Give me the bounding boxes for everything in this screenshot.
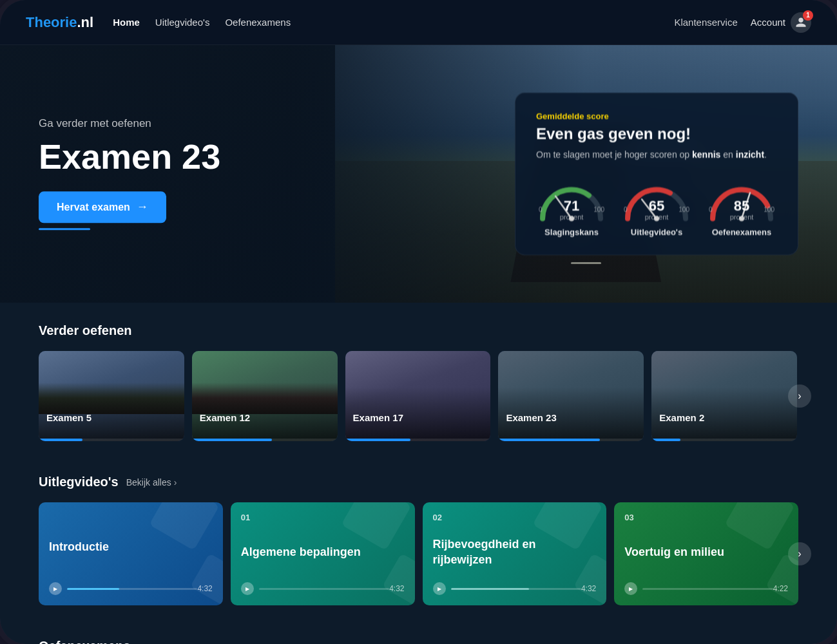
gauge-number-uitlegvideos: 65 bbox=[645, 199, 669, 213]
video-card-bepalingen-footer: ▶ 4:32 bbox=[241, 582, 405, 595]
video-card-introductie[interactable]: Introductie ▶ 4:32 bbox=[39, 502, 223, 605]
video-progress-bar-2 bbox=[451, 588, 581, 590]
account-icon: 1 bbox=[791, 12, 811, 33]
video-carousel: Introductie ▶ 4:32 bbox=[39, 502, 798, 605]
nav-uitlegvideos[interactable]: Uitlegvideo's bbox=[155, 14, 210, 30]
gauge-min: 0 bbox=[539, 206, 543, 213]
exam-card-1[interactable]: Examen 5 bbox=[39, 351, 184, 441]
video-card-voertuig-footer: ▶ 4:22 bbox=[624, 582, 788, 595]
video-card-introductie-footer: ▶ 4:32 bbox=[49, 582, 213, 595]
gauge-min-3: 0 bbox=[709, 206, 713, 213]
resume-btn-underline bbox=[39, 229, 90, 231]
video-card-introductie-title: Introductie bbox=[49, 513, 213, 582]
account-button[interactable]: Account 1 bbox=[751, 12, 811, 33]
gauge-max: 100 bbox=[593, 206, 604, 213]
exam-card-bar-4 bbox=[498, 439, 644, 441]
video-play-bar-0: ▶ bbox=[49, 582, 197, 595]
exam-card-label-1: Examen 5 bbox=[46, 412, 91, 423]
exam-card-label-5: Examen 2 bbox=[659, 412, 704, 423]
video-play-bar-2: ▶ bbox=[433, 582, 581, 595]
gauge-label-slagingskans: Slagingskans bbox=[544, 227, 599, 237]
klantenservice-link[interactable]: Klantenservice bbox=[674, 17, 737, 28]
video-duration-0: 4:32 bbox=[197, 584, 212, 593]
score-panel: Gemiddelde score Even gas geven nog! Om … bbox=[515, 93, 798, 256]
video-card-rijbevoegdheid-number: 02 bbox=[433, 513, 597, 522]
gauge-oefenexamens: 0 100 85 procent Oefenexamens bbox=[706, 177, 777, 237]
bekijk-alles-label: Bekijk alles bbox=[126, 477, 171, 488]
play-icon-3[interactable]: ▶ bbox=[624, 582, 637, 595]
video-card-bepalingen[interactable]: 01 Algemene bepalingen ▶ 4:32 bbox=[231, 502, 415, 605]
carousel-next-button[interactable]: › bbox=[788, 384, 811, 408]
video-card-introductie-content: Introductie ▶ 4:32 bbox=[39, 502, 223, 605]
video-card-rijbevoegdheid-content: 02 Rijbevoegdheid en rijbewijzen ▶ 4:32 bbox=[423, 502, 607, 605]
hero-content: Ga verder met oefenen Examen 23 Hervat e… bbox=[39, 117, 220, 230]
gauge-label-oefenexamens: Oefenexamens bbox=[712, 227, 772, 237]
play-icon-1[interactable]: ▶ bbox=[241, 582, 254, 595]
gauge-value-slagingskans: 71 procent bbox=[560, 199, 584, 221]
video-play-bar-1: ▶ bbox=[241, 582, 389, 595]
video-duration-1: 4:32 bbox=[389, 584, 404, 593]
exam-card-bar-2 bbox=[192, 439, 338, 441]
bekijk-alles-link[interactable]: Bekijk alles › bbox=[126, 477, 177, 488]
hero-subtitle: Ga verder met oefenen bbox=[39, 117, 220, 130]
exam-card-5[interactable]: Examen 2 bbox=[651, 351, 797, 441]
video-card-voertuig-title: Voertuig en milieu bbox=[624, 522, 788, 582]
verder-oefenen-section: Verder oefenen Examen 5 bbox=[0, 303, 837, 462]
gauge-max-2: 100 bbox=[678, 206, 689, 213]
exam-card-bar-1 bbox=[39, 439, 184, 441]
score-label: Gemiddelde score bbox=[536, 111, 777, 121]
video-card-rijbevoegdheid-footer: ▶ 4:32 bbox=[433, 582, 597, 595]
gauge-uitlegvideos-visual: 0 100 65 procent bbox=[621, 177, 692, 222]
video-duration-3: 4:22 bbox=[773, 584, 788, 593]
account-label: Account bbox=[751, 17, 785, 28]
video-card-bepalingen-title: Algemene bepalingen bbox=[241, 522, 405, 582]
score-title: Even gas geven nog! bbox=[536, 125, 777, 143]
gauge-slagingskans-visual: 0 100 71 procent bbox=[536, 177, 607, 222]
video-carousel-next-button[interactable]: › bbox=[788, 542, 811, 565]
hero-title: Examen 23 bbox=[39, 138, 220, 176]
video-cards-row: Introductie ▶ 4:32 bbox=[39, 502, 798, 605]
oefenexamens-section: Oefenexamens › Ring Utrecht Jaar bbox=[0, 626, 837, 644]
exam-card-bar-3 bbox=[345, 439, 491, 441]
uitlegvideos-title: Uitlegvideo's bbox=[39, 475, 119, 489]
gauge-number-slagingskans: 71 bbox=[560, 199, 584, 213]
play-icon-0[interactable]: ▶ bbox=[49, 582, 62, 595]
uitlegvideos-section: Uitlegvideo's Bekijk alles › Introductie bbox=[0, 462, 837, 626]
exam-card-2[interactable]: Examen 12 bbox=[192, 351, 338, 441]
gauge-unit-slagingskans: procent bbox=[560, 213, 584, 221]
nav-home[interactable]: Home bbox=[113, 14, 140, 30]
video-duration-2: 4:32 bbox=[581, 584, 596, 593]
bekijk-alles-chevron: › bbox=[174, 477, 177, 488]
nav-oefenexamens[interactable]: Oefenexamens bbox=[225, 14, 291, 30]
exam-cards-row: Examen 5 Examen 12 bbox=[39, 351, 798, 441]
video-progress-bar-3 bbox=[642, 588, 773, 590]
video-card-voertuig[interactable]: 03 Voertuig en milieu ▶ 4:22 bbox=[614, 502, 798, 605]
exam-card-3[interactable]: Examen 17 bbox=[345, 351, 491, 441]
video-progress-bar-1 bbox=[259, 588, 389, 590]
score-description: Om te slagen moet je hoger scoren op ken… bbox=[536, 148, 777, 162]
exam-card-label-4: Examen 23 bbox=[506, 412, 556, 423]
video-card-rijbevoegdheid[interactable]: 02 Rijbevoegdheid en rijbewijzen ▶ 4:32 bbox=[423, 502, 607, 605]
gauge-value-oefenexamens: 85 procent bbox=[730, 199, 754, 221]
oefenexamens-header: Oefenexamens › bbox=[39, 639, 798, 644]
play-icon-2[interactable]: ▶ bbox=[433, 582, 446, 595]
exam-card-4[interactable]: Examen 23 bbox=[498, 351, 644, 441]
verder-oefenen-header: Verder oefenen bbox=[39, 323, 798, 338]
video-card-bepalingen-number: 01 bbox=[241, 513, 405, 522]
gauge-min-2: 0 bbox=[624, 206, 628, 213]
header-right: Klantenservice Account 1 bbox=[674, 12, 811, 33]
gauges-container: 0 100 71 procent Slagingskans bbox=[536, 177, 777, 237]
oefenexamens-chevron[interactable]: › bbox=[135, 641, 139, 645]
video-card-voertuig-number: 03 bbox=[624, 513, 788, 522]
verder-oefenen-title: Verder oefenen bbox=[39, 323, 132, 338]
logo[interactable]: Theorie.nl bbox=[26, 14, 93, 31]
resume-button[interactable]: Hervat examen bbox=[39, 192, 166, 223]
notification-badge: 1 bbox=[803, 10, 813, 21]
gauge-uitlegvideos: 0 100 65 procent Uitlegvideo's bbox=[621, 177, 692, 237]
gauge-value-uitlegvideos: 65 procent bbox=[645, 199, 669, 221]
oefenexamens-title: Oefenexamens bbox=[39, 639, 130, 644]
resume-button-label: Hervat examen bbox=[57, 202, 130, 213]
gauge-label-uitlegvideos: Uitlegvideo's bbox=[631, 227, 682, 237]
logo-blue: Theorie bbox=[26, 14, 77, 30]
uitlegvideos-header: Uitlegvideo's Bekijk alles › bbox=[39, 475, 798, 489]
